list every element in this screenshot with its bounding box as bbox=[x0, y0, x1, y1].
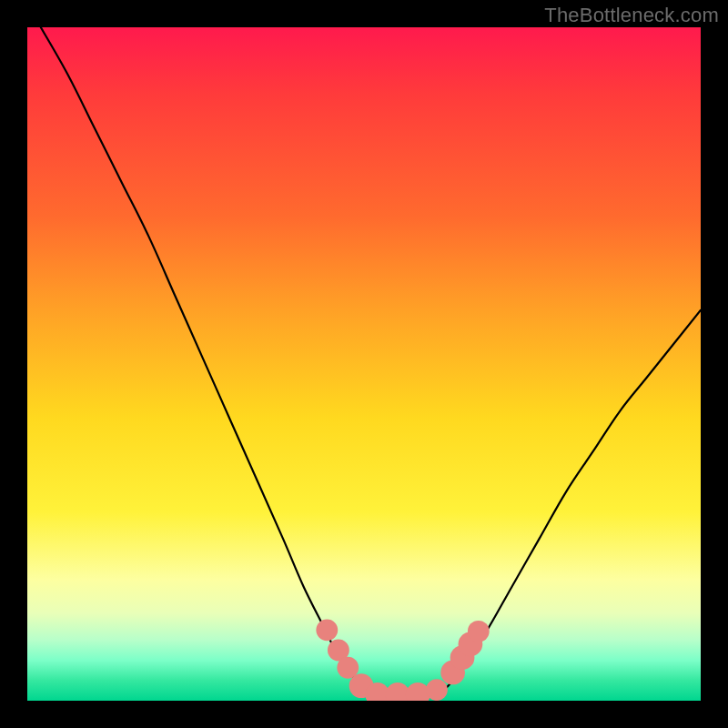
curve-markers bbox=[316, 619, 489, 701]
watermark-text: TheBottleneck.com bbox=[544, 4, 719, 27]
curve-marker bbox=[468, 621, 490, 642]
curve-marker bbox=[426, 679, 448, 701]
plot-area bbox=[27, 27, 701, 701]
bottleneck-curve bbox=[41, 27, 701, 698]
bottleneck-curve-chart bbox=[27, 27, 701, 701]
curve-marker bbox=[316, 619, 338, 641]
chart-frame: TheBottleneck.com bbox=[0, 0, 728, 728]
